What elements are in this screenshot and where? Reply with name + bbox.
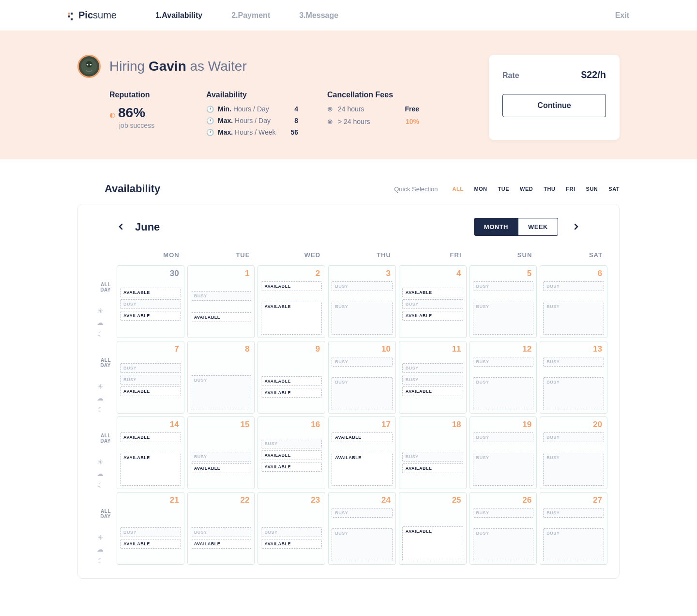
slot-avail[interactable]: AVAILABLE bbox=[120, 311, 181, 321]
slot-busy[interactable]: BUSY bbox=[543, 432, 604, 442]
slot-busy[interactable]: BUSY bbox=[191, 527, 252, 537]
slot-avail[interactable]: AVAILABLE bbox=[402, 386, 463, 396]
quick-day-mon[interactable]: MON bbox=[474, 186, 487, 192]
day-cell-3[interactable]: 3BUSYBUSY bbox=[328, 265, 396, 338]
logo[interactable]: Picsume bbox=[68, 10, 117, 21]
prev-month-button[interactable] bbox=[114, 219, 128, 234]
slot-busy[interactable]: BUSY bbox=[191, 291, 252, 301]
day-cell-19[interactable]: 19BUSYBUSY bbox=[470, 416, 537, 489]
slot-busy[interactable]: BUSY bbox=[191, 452, 252, 462]
slot-busy[interactable]: BUSY bbox=[402, 363, 463, 373]
slot-busy[interactable]: BUSY bbox=[473, 453, 534, 486]
slot-busy[interactable]: BUSY bbox=[402, 452, 463, 462]
slot-avail[interactable]: AVAILABLE bbox=[402, 463, 463, 473]
day-cell-15[interactable]: 15BUSYAVAILABLE bbox=[187, 416, 255, 489]
day-cell-5[interactable]: 5BUSYBUSY bbox=[470, 265, 537, 338]
slot-busy[interactable]: BUSY bbox=[473, 432, 534, 442]
day-cell-24[interactable]: 24BUSYBUSY bbox=[328, 492, 396, 565]
slot-busy[interactable]: BUSY bbox=[473, 302, 534, 335]
day-cell-8[interactable]: 8BUSY bbox=[187, 341, 255, 414]
step-1[interactable]: 2.Payment bbox=[231, 11, 270, 20]
day-cell-6[interactable]: 6BUSYBUSY bbox=[540, 265, 607, 338]
day-cell-18[interactable]: 18BUSYAVAILABLE bbox=[399, 416, 467, 489]
day-cell-22[interactable]: 22BUSYAVAILABLE bbox=[187, 492, 255, 565]
slot-busy[interactable]: BUSY bbox=[120, 363, 181, 373]
slot-avail[interactable]: AVAILABLE bbox=[191, 463, 252, 473]
day-cell-20[interactable]: 20BUSYBUSY bbox=[540, 416, 607, 489]
day-cell-14[interactable]: 14AVAILABLEAVAILABLE bbox=[117, 416, 184, 489]
slot-busy[interactable]: BUSY bbox=[473, 508, 534, 518]
day-cell-27[interactable]: 27BUSYBUSY bbox=[540, 492, 607, 565]
slot-busy[interactable]: BUSY bbox=[332, 357, 393, 367]
day-cell-10[interactable]: 10BUSYBUSY bbox=[328, 341, 396, 414]
slot-busy[interactable]: BUSY bbox=[473, 528, 534, 561]
slot-busy[interactable]: BUSY bbox=[473, 377, 534, 410]
slot-busy[interactable]: BUSY bbox=[543, 357, 604, 367]
slot-avail[interactable]: AVAILABLE bbox=[261, 388, 322, 398]
slot-avail[interactable]: AVAILABLE bbox=[191, 312, 252, 322]
slot-avail[interactable]: AVAILABLE bbox=[261, 539, 322, 549]
slot-avail[interactable]: AVAILABLE bbox=[120, 288, 181, 297]
slot-avail[interactable]: AVAILABLE bbox=[261, 281, 322, 291]
quick-day-sat[interactable]: SAT bbox=[608, 186, 620, 192]
slot-busy[interactable]: BUSY bbox=[332, 508, 393, 518]
slot-busy[interactable]: BUSY bbox=[332, 377, 393, 410]
day-cell-9[interactable]: 9AVAILABLEAVAILABLE bbox=[258, 341, 325, 414]
continue-button[interactable]: Continue bbox=[502, 94, 606, 117]
slot-busy[interactable]: BUSY bbox=[402, 299, 463, 309]
day-cell-4[interactable]: 4AVAILABLEBUSYAVAILABLE bbox=[399, 265, 467, 338]
slot-busy[interactable]: BUSY bbox=[191, 375, 252, 411]
view-week-button[interactable]: WEEK bbox=[518, 218, 558, 236]
quick-day-wed[interactable]: WED bbox=[520, 186, 533, 192]
slot-avail[interactable]: AVAILABLE bbox=[120, 432, 181, 442]
day-cell-13[interactable]: 13BUSYBUSY bbox=[540, 341, 607, 414]
slot-busy[interactable]: BUSY bbox=[332, 528, 393, 561]
slot-avail[interactable]: AVAILABLE bbox=[402, 526, 463, 562]
day-cell-25[interactable]: 25AVAILABLE bbox=[399, 492, 467, 565]
day-cell-23[interactable]: 23BUSYAVAILABLE bbox=[258, 492, 325, 565]
slot-busy[interactable]: BUSY bbox=[543, 508, 604, 518]
quick-day-fri[interactable]: FRI bbox=[566, 186, 575, 192]
slot-busy[interactable]: BUSY bbox=[332, 281, 393, 291]
slot-avail[interactable]: AVAILABLE bbox=[120, 539, 181, 549]
slot-avail[interactable]: AVAILABLE bbox=[120, 386, 181, 396]
day-cell-11[interactable]: 11BUSYBUSYAVAILABLE bbox=[399, 341, 467, 414]
day-cell-26[interactable]: 26BUSYBUSY bbox=[470, 492, 537, 565]
quick-day-all[interactable]: ALL bbox=[453, 186, 464, 192]
slot-busy[interactable]: BUSY bbox=[120, 299, 181, 309]
slot-avail[interactable]: AVAILABLE bbox=[402, 288, 463, 297]
quick-day-thu[interactable]: THU bbox=[544, 186, 555, 192]
slot-busy[interactable]: BUSY bbox=[402, 375, 463, 385]
slot-busy[interactable]: BUSY bbox=[120, 527, 181, 537]
day-cell-1[interactable]: 1BUSYAVAILABLE bbox=[187, 265, 255, 338]
quick-day-tue[interactable]: TUE bbox=[498, 186, 510, 192]
slot-avail[interactable]: AVAILABLE bbox=[261, 376, 322, 386]
step-0[interactable]: 1.Availability bbox=[155, 11, 202, 20]
day-cell-12[interactable]: 12BUSYBUSY bbox=[470, 341, 537, 414]
slot-busy[interactable]: BUSY bbox=[473, 281, 534, 291]
slot-busy[interactable]: BUSY bbox=[261, 527, 322, 537]
day-cell-16[interactable]: 16BUSYAVAILABLEAVAILABLE bbox=[258, 416, 325, 489]
day-cell-7[interactable]: 7BUSYBUSYAVAILABLE bbox=[117, 341, 184, 414]
slot-busy[interactable]: BUSY bbox=[261, 439, 322, 448]
slot-busy[interactable]: BUSY bbox=[473, 357, 534, 367]
day-cell-30[interactable]: 30AVAILABLEBUSYAVAILABLE bbox=[117, 265, 184, 338]
slot-busy[interactable]: BUSY bbox=[543, 302, 604, 335]
slot-avail[interactable]: AVAILABLE bbox=[261, 302, 322, 335]
quick-day-sun[interactable]: SUN bbox=[586, 186, 598, 192]
slot-avail[interactable]: AVAILABLE bbox=[261, 450, 322, 460]
step-2[interactable]: 3.Message bbox=[299, 11, 338, 20]
exit-link[interactable]: Exit bbox=[615, 11, 629, 20]
day-cell-17[interactable]: 17AVAILABLEAVAILABLE bbox=[328, 416, 396, 489]
slot-busy[interactable]: BUSY bbox=[332, 302, 393, 335]
slot-busy[interactable]: BUSY bbox=[543, 453, 604, 486]
day-cell-21[interactable]: 21BUSYAVAILABLE bbox=[117, 492, 184, 565]
slot-avail[interactable]: AVAILABLE bbox=[261, 462, 322, 472]
slot-busy[interactable]: BUSY bbox=[120, 375, 181, 385]
slot-avail[interactable]: AVAILABLE bbox=[402, 311, 463, 321]
next-month-button[interactable] bbox=[569, 219, 583, 234]
view-month-button[interactable]: MONTH bbox=[474, 218, 518, 236]
slot-busy[interactable]: BUSY bbox=[543, 281, 604, 291]
slot-avail[interactable]: AVAILABLE bbox=[332, 453, 393, 486]
slot-avail[interactable]: AVAILABLE bbox=[120, 453, 181, 486]
